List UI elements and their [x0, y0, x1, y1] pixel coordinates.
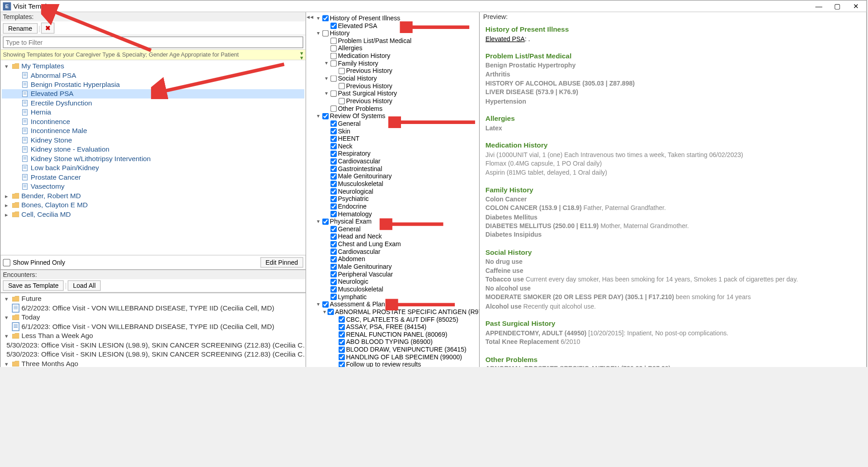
tree-checkbox[interactable]: [330, 256, 337, 262]
tree-checkbox[interactable]: [322, 219, 329, 225]
check-tree-item[interactable]: Lymphatic: [316, 293, 478, 301]
check-tree-item[interactable]: Hematology: [316, 210, 478, 218]
check-tree-item[interactable]: Problem List/Past Medical: [316, 37, 478, 45]
check-tree-item[interactable]: Neck: [316, 143, 478, 150]
tree-checkbox[interactable]: [339, 98, 345, 104]
template-item[interactable]: Erectile Dysfunction: [2, 99, 304, 108]
check-tree-item[interactable]: Cardiovascular: [316, 157, 478, 165]
check-tree-item[interactable]: Allergies: [316, 45, 478, 52]
edit-pinned-button[interactable]: Edit Pinned: [260, 257, 303, 267]
chevron-down-icon[interactable]: ▾: [324, 90, 330, 97]
tree-checkbox[interactable]: [330, 158, 337, 164]
check-tree-item[interactable]: Medication History: [316, 52, 478, 60]
check-tree-item[interactable]: ▾Physical Exam: [316, 218, 478, 225]
template-item[interactable]: Prostate Cancer: [2, 172, 304, 181]
check-tree-item[interactable]: Cardiovascular: [316, 248, 478, 256]
minimize-button[interactable]: —: [813, 1, 825, 10]
template-item[interactable]: Kidney stone - Evaluation: [2, 145, 304, 154]
collapse-left-icon[interactable]: ◂◂: [306, 12, 314, 367]
check-tree-item[interactable]: Endocrine: [316, 203, 478, 210]
close-button[interactable]: ✕: [850, 1, 862, 10]
tree-checkbox[interactable]: [330, 263, 337, 270]
chevron-right-icon[interactable]: ▸: [3, 193, 9, 199]
chevron-down-icon[interactable]: ▾: [324, 75, 330, 82]
tree-checkbox[interactable]: [330, 151, 337, 157]
tree-checkbox[interactable]: [327, 309, 334, 315]
check-tree-item[interactable]: ▾History of Present Illness: [316, 14, 478, 22]
encounter-group[interactable]: ▾Today: [2, 313, 304, 322]
load-all-button[interactable]: Load All: [68, 281, 101, 291]
encounter-item[interactable]: 5/30/2023: Office Visit - SKIN LESION (L…: [2, 341, 304, 350]
chevron-down-icon[interactable]: ▾: [316, 112, 321, 120]
check-tree-item[interactable]: Musculoskeletal: [316, 180, 478, 188]
check-tree-item[interactable]: Neurologic: [316, 278, 478, 286]
template-item[interactable]: Abnormal PSA: [2, 71, 304, 80]
tree-checkbox[interactable]: [330, 211, 337, 217]
tree-checkbox[interactable]: [322, 30, 329, 37]
check-tree-item[interactable]: Peripheral Vascular: [316, 271, 478, 278]
chevron-right-icon[interactable]: ▸: [3, 211, 9, 218]
tree-checkbox[interactable]: [339, 316, 345, 323]
tree-checkbox[interactable]: [339, 354, 345, 360]
tree-checkbox[interactable]: [330, 128, 337, 134]
tree-checkbox[interactable]: [339, 346, 345, 353]
chevron-down-icon[interactable]: ▾: [316, 300, 321, 308]
chevron-right-icon[interactable]: ▸: [3, 202, 9, 208]
tree-checkbox[interactable]: [330, 143, 337, 149]
tree-folder-my-templates[interactable]: ▾My Templates: [2, 62, 304, 71]
chevron-down-icon[interactable]: ▾: [324, 308, 326, 316]
filter-input[interactable]: [3, 37, 303, 48]
check-tree-item[interactable]: ABO BLOOD TYPING (86900): [316, 338, 478, 346]
tree-checkbox[interactable]: [330, 279, 337, 285]
chevron-down-icon[interactable]: ▾: [3, 295, 9, 302]
check-tree-item[interactable]: Male Genitourinary: [316, 172, 478, 180]
tree-checkbox[interactable]: [330, 45, 337, 52]
template-item[interactable]: Vasectomy: [2, 182, 304, 191]
save-as-template-button[interactable]: Save as Template: [3, 281, 64, 291]
tree-checkbox[interactable]: [330, 294, 337, 300]
check-tree-item[interactable]: Chest and Lung Exam: [316, 240, 478, 248]
chevron-down-icon[interactable]: ▾: [3, 63, 9, 69]
encounter-group[interactable]: ▾Less Than a Week Ago: [2, 331, 304, 340]
tree-checkbox[interactable]: [322, 113, 329, 119]
tree-checkbox[interactable]: [339, 324, 345, 330]
tree-checkbox[interactable]: [330, 91, 337, 97]
check-tree-item[interactable]: RENAL FUNCTION PANEL (80069): [316, 331, 478, 338]
check-tree-item[interactable]: ▾ABNORMAL PROSTATE SPECIFIC ANTIGEN (R97…: [316, 308, 478, 316]
tree-checkbox[interactable]: [330, 248, 337, 255]
tree-checkbox[interactable]: [339, 362, 345, 367]
delete-button[interactable]: ✖: [41, 23, 54, 33]
provider-item[interactable]: ▸Bones, Clayton E MD: [2, 200, 304, 210]
tree-checkbox[interactable]: [330, 241, 337, 247]
encounter-item[interactable]: 6/1/2023: Office Visit - VON WILLEBRAND …: [2, 322, 304, 331]
tree-checkbox[interactable]: [330, 120, 337, 127]
tree-checkbox[interactable]: [322, 301, 329, 308]
tree-checkbox[interactable]: [330, 105, 337, 112]
tree-checkbox[interactable]: [330, 166, 337, 172]
chevron-down-icon[interactable]: ▾▾: [300, 51, 303, 60]
check-tree-item[interactable]: Previous History: [316, 97, 478, 105]
template-item[interactable]: Incontinence Male: [2, 126, 304, 135]
encounter-item[interactable]: 6/2/2023: Office Visit - VON WILLEBRAND …: [2, 304, 304, 313]
maximize-button[interactable]: ▢: [831, 1, 843, 10]
tree-checkbox[interactable]: [322, 15, 329, 21]
check-tree-item[interactable]: HANDLING OF LAB SPECIMEN (99000): [316, 353, 478, 361]
tree-checkbox[interactable]: [339, 68, 345, 74]
check-tree-item[interactable]: Gastrointestinal: [316, 165, 478, 173]
check-tree-item[interactable]: ▾Review Of Systems: [316, 112, 478, 120]
check-tree-item[interactable]: Skin: [316, 128, 478, 135]
tree-checkbox[interactable]: [330, 173, 337, 180]
tree-checkbox[interactable]: [330, 75, 337, 81]
check-tree-item[interactable]: Musculoskeletal: [316, 286, 478, 293]
check-tree-item[interactable]: ▾Family History: [316, 60, 478, 67]
check-tree-item[interactable]: Abdomen: [316, 255, 478, 263]
check-tree-item[interactable]: General: [316, 225, 478, 233]
chevron-down-icon[interactable]: ▾: [3, 333, 9, 339]
template-item[interactable]: Kidney Stone w/Lithotripsy Intervention: [2, 154, 304, 163]
chevron-down-icon[interactable]: ▾: [316, 14, 321, 22]
chevron-down-icon[interactable]: ▾: [3, 314, 9, 320]
chevron-down-icon[interactable]: ▾: [316, 29, 321, 37]
check-tree-item[interactable]: Respiratory: [316, 150, 478, 158]
check-tree-item[interactable]: ▾Social History: [316, 75, 478, 82]
tree-checkbox[interactable]: [330, 181, 337, 187]
